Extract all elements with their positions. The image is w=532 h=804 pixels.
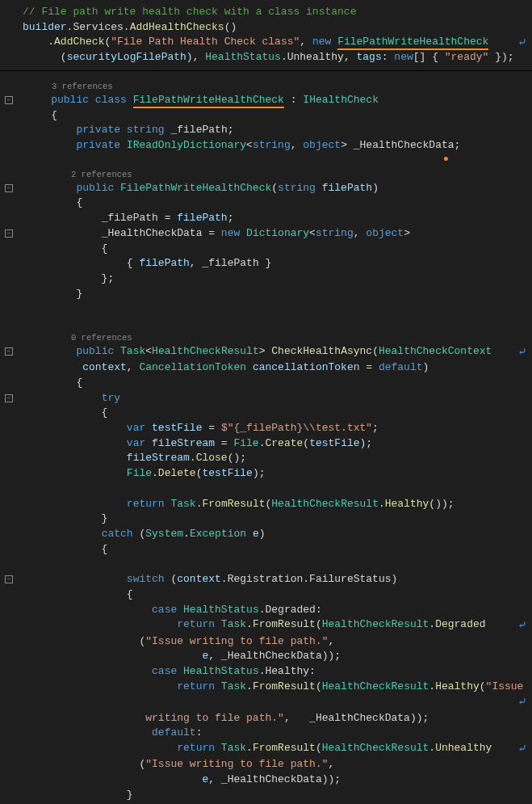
code-row: [0, 317, 532, 332]
code-line: private string _filePath;: [19, 123, 532, 138]
type: CancellationToken: [139, 361, 246, 373]
breakpoint-dot-icon[interactable]: •: [442, 152, 450, 168]
fold-icon[interactable]: [5, 394, 13, 402]
member: Registration: [228, 573, 304, 585]
gutter: [0, 154, 19, 169]
fold-icon[interactable]: [5, 184, 13, 192]
gutter: [0, 242, 19, 257]
gutter: [0, 497, 19, 512]
method-call: FromResult: [253, 680, 316, 692]
gutter: [0, 436, 19, 452]
wrap-indicator-icon: ⤶: [517, 694, 527, 710]
type: Task: [221, 680, 246, 692]
string-literal: "Issue writing to file path.": [145, 758, 328, 770]
blank-line: [19, 557, 532, 572]
type-highlighted[interactable]: FilePathWriteHealthCheck: [337, 36, 488, 50]
gutter: [0, 108, 19, 124]
string-literal: "Issue writing to file path.": [145, 635, 328, 647]
type: HealthCheckResult: [322, 742, 429, 754]
field: _HealthCheckData: [354, 139, 455, 151]
code-row: };: [0, 272, 532, 287]
code-row: var testFile = $"{_filePath}\\test.txt";: [0, 421, 532, 436]
field: _HealthCheckData: [102, 227, 203, 239]
gutter: [0, 360, 19, 376]
param: context: [177, 573, 221, 585]
codelens-refs[interactable]: 0 references: [19, 332, 532, 344]
code-row: {: [0, 196, 532, 211]
code-panel-top: // File path write health check with a c…: [0, 0, 532, 71]
code-row: [0, 301, 532, 317]
field: _HealthCheckData: [221, 650, 322, 662]
brace-line: {: [19, 242, 532, 257]
field: _HealthCheckData: [309, 712, 410, 724]
gutter[interactable]: [0, 226, 19, 242]
identifier: securityLogFilePath: [67, 51, 186, 63]
gutter: [0, 757, 19, 772]
brace-line: {: [19, 376, 532, 391]
type: HealthStatus: [183, 604, 259, 616]
code-line: .AddCheck("File Path Health Check class"…: [16, 35, 532, 50]
type: HealthCheckContext: [379, 345, 492, 357]
gutter: [0, 711, 19, 726]
codelens-refs[interactable]: 3 references: [19, 81, 532, 93]
code-line: e, _HealthCheckData));: [19, 772, 532, 788]
gutter: [0, 664, 19, 680]
code-row: {: [0, 406, 532, 421]
fold-icon[interactable]: [5, 229, 13, 238]
keyword: object: [366, 227, 404, 239]
brackets: [] {: [413, 51, 445, 63]
fold-icon[interactable]: [5, 575, 13, 583]
fold-icon[interactable]: [5, 96, 13, 104]
gutter[interactable]: [0, 391, 19, 406]
local-var: e: [202, 650, 208, 662]
local-var: e: [253, 528, 259, 540]
gutter: [0, 272, 19, 287]
gutter: [0, 527, 19, 542]
type: IReadOnlyDictionary: [127, 139, 246, 151]
method: CheckHealthAsync: [271, 345, 372, 357]
gutter[interactable]: [0, 572, 19, 587]
gutter[interactable]: [0, 181, 19, 196]
gutter[interactable]: [0, 344, 19, 360]
type-highlighted[interactable]: FilePathWriteHealthCheck: [133, 94, 284, 108]
gutter: [0, 256, 19, 272]
code-row: default:: [0, 726, 532, 741]
code-row: [0, 482, 532, 497]
gutter: [0, 317, 19, 332]
gutter: [0, 617, 19, 634]
gutter: [0, 557, 19, 572]
blank-line: [19, 317, 532, 332]
brace-line: }: [19, 511, 532, 527]
keyword: catch: [102, 528, 133, 540]
code-line: private IReadOnlyDictionary<string, obje…: [19, 138, 532, 154]
code-row: e, _HealthCheckData));: [0, 772, 532, 788]
type: HealthCheckResult: [271, 498, 379, 510]
code-row: public Task<HealthCheckResult> CheckHeal…: [0, 344, 532, 360]
keyword: public: [51, 94, 89, 106]
code-row: 0 references: [0, 332, 532, 344]
member: FailureStatus: [309, 573, 391, 585]
code-row: switch (context.Registration.FailureStat…: [0, 572, 532, 587]
code-line: ("Issue writing to file path.",: [19, 757, 532, 772]
code-row: return Task.FromResult(HealthCheckResult…: [0, 497, 532, 512]
wrap-indicator-icon: ⤶: [517, 344, 527, 360]
comma: ,: [300, 36, 312, 48]
type: File: [127, 467, 152, 479]
code-row: {: [0, 108, 532, 124]
type: System: [145, 528, 183, 540]
code-row: case HealthStatus.Healthy:: [0, 664, 532, 680]
wrap-indicator-icon: ⤶: [517, 741, 527, 757]
code-line: _HealthCheckData = new Dictionary<string…: [19, 226, 532, 242]
code-row: return Task.FromResult(HealthCheckResult…: [0, 617, 532, 634]
keyword: switch: [127, 573, 165, 585]
gutter[interactable]: [0, 93, 19, 108]
brace: });: [488, 51, 513, 63]
string-literal: "File Path Health Check class": [111, 36, 300, 48]
method-call: AddCheck: [54, 36, 104, 48]
gutter: [0, 376, 19, 391]
gutter: [0, 788, 19, 803]
fold-icon[interactable]: [5, 347, 13, 356]
codelens-refs[interactable]: 2 references: [19, 169, 532, 181]
gutter: [0, 123, 19, 138]
local-var: testFile: [309, 437, 359, 449]
